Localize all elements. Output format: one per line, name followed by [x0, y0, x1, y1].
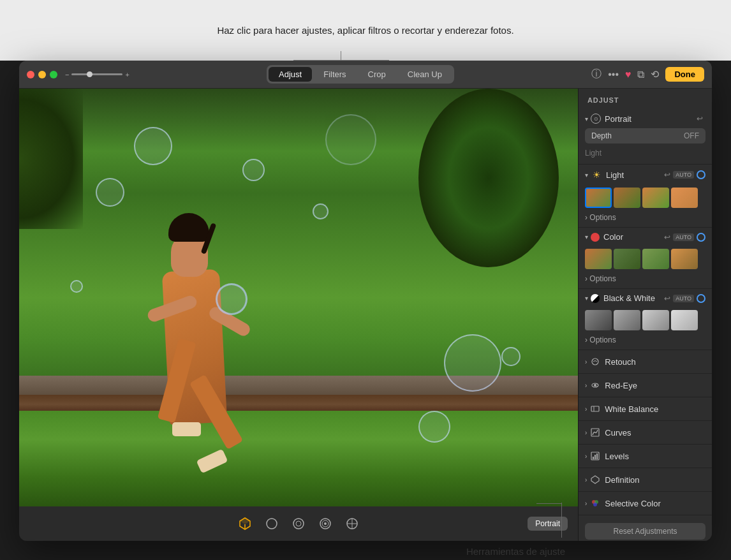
annotation-horizontal-line [536, 503, 562, 504]
reset-adjustments-button[interactable]: Reset Adjustments [585, 523, 705, 540]
bubble-1 [134, 127, 172, 165]
depth-value: OFF [684, 131, 699, 140]
redeye-icon [589, 379, 601, 391]
brightness-minus-icon: − [65, 71, 69, 78]
curves-icon [589, 427, 601, 438]
bw-title: Black & White [603, 293, 664, 303]
whitebalance-expand-icon: › [585, 406, 587, 413]
svg-rect-15 [591, 406, 599, 411]
close-button[interactable] [27, 71, 34, 78]
held-bubble [216, 283, 247, 315]
tool-cube-icon[interactable] [236, 515, 254, 533]
retouch-section[interactable]: › Retouch [579, 350, 712, 374]
color-thumb-1[interactable] [585, 249, 612, 269]
color-options[interactable]: Options [579, 272, 712, 288]
color-thumb-2[interactable] [614, 249, 640, 269]
color-undo-icon[interactable]: ↩ [664, 233, 670, 242]
bw-thumb-1[interactable] [585, 310, 612, 330]
color-expand-icon: ▾ [585, 233, 588, 240]
definition-section[interactable]: › Definition [579, 468, 712, 492]
color-thumb-4[interactable] [671, 249, 698, 269]
tooltip-text: Haz clic para hacer ajustes, aplicar fil… [217, 23, 513, 38]
whitebalance-section[interactable]: › White Balance [579, 397, 712, 421]
more-icon[interactable]: ••• [608, 69, 619, 80]
color-section-header[interactable]: ▾ Color ↩ AUTO [579, 228, 712, 246]
color-dot[interactable] [697, 233, 705, 242]
svg-marker-1 [240, 518, 250, 524]
redeye-title: Red-Eye [605, 381, 637, 390]
svg-point-5 [296, 521, 301, 526]
tool-circle-1[interactable] [263, 515, 281, 533]
tab-filters[interactable]: Filters [313, 67, 356, 82]
foliage-left [19, 89, 83, 229]
selectivecolor-section[interactable]: › Selective Color [579, 492, 712, 515]
light-thumb-2[interactable] [614, 188, 640, 208]
tab-cleanup[interactable]: Clean Up [397, 67, 452, 82]
light-thumb-1[interactable] [585, 188, 612, 208]
svg-point-12 [592, 358, 598, 365]
curves-title: Curves [605, 428, 631, 438]
portrait-undo-icon[interactable]: ↩ [697, 114, 703, 123]
bw-thumb-3[interactable] [642, 310, 669, 330]
tab-adjust[interactable]: Adjust [269, 67, 312, 82]
tool-circle-3[interactable] [316, 515, 334, 533]
redeye-expand-icon: › [585, 382, 587, 389]
color-auto-badge[interactable]: AUTO [673, 233, 694, 241]
color-icon [591, 233, 600, 242]
minimize-button[interactable] [38, 71, 46, 78]
levels-title: Levels [605, 452, 629, 461]
title-bar: − + Adjust Filters Crop Clean Up ⓘ ••• ♥… [19, 61, 712, 89]
color-thumb-3[interactable] [642, 249, 669, 269]
brightness-slider[interactable] [71, 73, 122, 75]
light-undo-icon[interactable]: ↩ [664, 170, 670, 179]
curves-section[interactable]: › Curves [579, 421, 712, 445]
bubble-7 [418, 411, 450, 443]
brightness-plus-icon: + [125, 71, 129, 78]
tab-group: Adjust Filters Crop Clean Up [267, 65, 454, 84]
maximize-button[interactable] [50, 71, 57, 78]
color-title: Color [603, 232, 664, 242]
bubble-5 [96, 178, 124, 207]
portrait-section-header[interactable]: ▾ ⊙ Portrait ↩ [579, 109, 712, 128]
tool-circle-4[interactable] [343, 515, 361, 533]
copy-icon[interactable]: ⧉ [637, 69, 644, 80]
tab-crop[interactable]: Crop [358, 67, 396, 82]
bw-auto-badge[interactable]: AUTO [673, 295, 694, 302]
definition-title: Definition [605, 475, 639, 485]
levels-section[interactable]: › Levels [579, 445, 712, 468]
foliage-right [418, 89, 559, 267]
bw-expand-icon: ▾ [585, 295, 588, 302]
portrait-title: Portrait [605, 114, 697, 124]
depth-row: Depth OFF [585, 128, 705, 144]
light-thumb-3[interactable] [642, 188, 669, 208]
rotate-icon[interactable]: ⟲ [651, 68, 659, 80]
portrait-section: ▾ ⊙ Portrait ↩ Depth OFF Light [579, 109, 712, 165]
heart-icon[interactable]: ♥ [625, 69, 631, 80]
done-button[interactable]: Done [665, 67, 704, 82]
tool-circle-2[interactable] [290, 515, 307, 533]
svg-point-25 [593, 503, 597, 506]
redeye-section[interactable]: › Red-Eye [579, 374, 712, 397]
toolbar-right: ⓘ ••• ♥ ⧉ ⟲ Done [591, 67, 704, 82]
svg-point-3 [267, 519, 277, 529]
bw-dot[interactable] [697, 294, 705, 303]
tooltip-line-v [341, 51, 341, 61]
panel-header: ADJUST [579, 89, 712, 109]
color-thumbnails [579, 246, 712, 272]
retouch-icon [589, 356, 601, 367]
bw-undo-icon[interactable]: ↩ [664, 294, 670, 303]
light-icon: ☀ [591, 169, 602, 181]
info-icon[interactable]: ⓘ [591, 68, 602, 81]
levels-icon [589, 450, 601, 462]
light-thumb-4[interactable] [671, 188, 698, 208]
bw-section-header[interactable]: ▾ Black & White ↩ AUTO [579, 289, 712, 307]
bw-thumb-4[interactable] [671, 310, 698, 330]
bw-thumb-2[interactable] [614, 310, 640, 330]
light-auto-badge[interactable]: AUTO [673, 171, 694, 179]
light-dot[interactable] [697, 170, 705, 179]
bw-thumbnails [579, 307, 712, 333]
light-section-header[interactable]: ▾ ☀ Light ↩ AUTO [579, 165, 712, 185]
bw-options[interactable]: Options [579, 333, 712, 350]
light-options[interactable]: Options [579, 210, 712, 227]
content-area: Portrait ADJUST ▾ ⊙ Portrait ↩ Depth OFF [19, 89, 712, 541]
